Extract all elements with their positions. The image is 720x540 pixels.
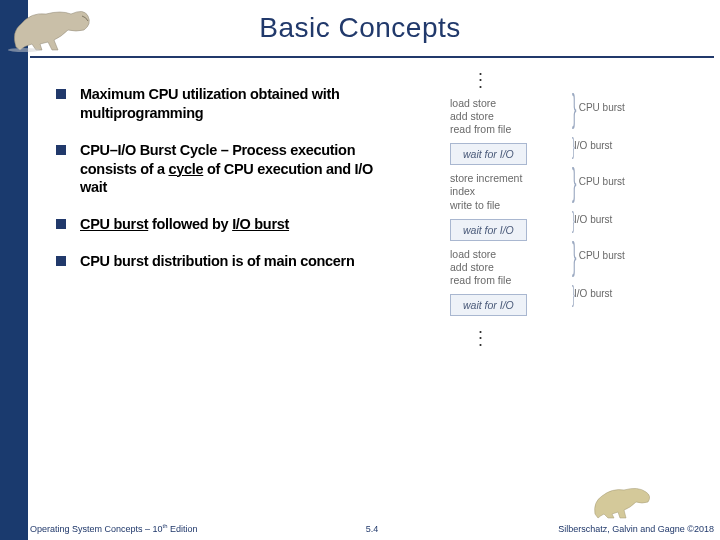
io-wait-box: wait for I/O	[450, 294, 527, 316]
brace-label: I/O burst	[574, 288, 612, 299]
brace-label: CPU burst	[579, 250, 625, 261]
io-wait-box: wait for I/O	[450, 219, 527, 241]
slide-title: Basic Concepts	[0, 12, 720, 44]
vertical-dots-icon: ···	[478, 328, 700, 347]
bullet-item: CPU burst distribution is of main concer…	[56, 252, 386, 271]
bullet-text: Maximum CPU utilization obtained with mu…	[80, 85, 386, 123]
svg-point-0	[8, 48, 40, 52]
bullet-text: CPU–I/O Burst Cycle – Process execution …	[80, 141, 386, 198]
bullet-item: CPU–I/O Burst Cycle – Process execution …	[56, 141, 386, 198]
bullet-item: Maximum CPU utilization obtained with mu…	[56, 85, 386, 123]
io-wait-box: wait for I/O	[450, 143, 527, 165]
vertical-dots-icon: ···	[478, 70, 700, 89]
square-bullet-icon	[56, 89, 66, 99]
bullet-text: CPU burst followed by I/O burst	[80, 215, 289, 234]
slide-footer: Operating System Concepts – 10th Edition…	[30, 523, 714, 534]
dinosaur-icon	[590, 478, 660, 520]
bullet-item: CPU burst followed by I/O burst	[56, 215, 386, 234]
square-bullet-icon	[56, 145, 66, 155]
slide-number: 5.4	[366, 524, 379, 534]
square-bullet-icon	[56, 256, 66, 266]
burst-cycle-diagram: ··· load storeadd storeread from file wa…	[420, 70, 700, 355]
square-bullet-icon	[56, 219, 66, 229]
footer-right: Silberschatz, Galvin and Gagne ©2018	[558, 524, 714, 534]
brace-label: CPU burst	[579, 176, 625, 187]
brace-label: I/O burst	[574, 214, 612, 225]
bullet-text: CPU burst distribution is of main concer…	[80, 252, 355, 271]
left-sidebar	[0, 0, 28, 540]
title-underline	[30, 56, 714, 58]
slide: Basic Concepts Maximum CPU utilization o…	[0, 0, 720, 540]
footer-left: Operating System Concepts – 10th Edition	[30, 523, 197, 534]
brace-label: CPU burst	[579, 102, 625, 113]
bullet-list: Maximum CPU utilization obtained with mu…	[56, 85, 386, 289]
brace-label: I/O burst	[574, 140, 612, 151]
